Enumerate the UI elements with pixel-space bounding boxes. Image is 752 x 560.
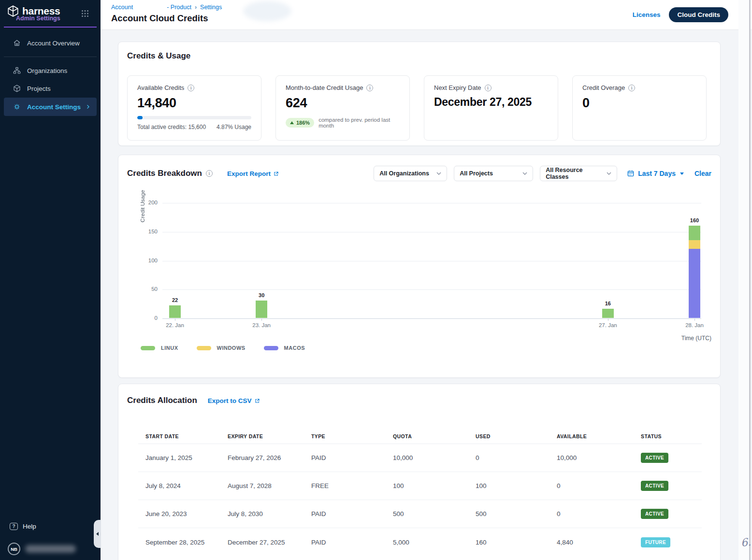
chart-bar-23[interactable] <box>256 301 267 318</box>
table-row: July 8, 2024August 7, 2028FREE1001000ACT… <box>138 472 702 500</box>
help-button[interactable]: Help <box>0 523 101 530</box>
app-switcher-icon[interactable] <box>81 10 89 17</box>
legend-label: LINUX <box>161 345 178 351</box>
table-cell: 4,840 <box>557 539 641 546</box>
table-cell: PAID <box>311 539 393 546</box>
legend-swatch <box>264 346 278 350</box>
chart-yaxis-title: Credit Usage <box>140 190 145 222</box>
help-label: Help <box>23 523 36 530</box>
vertical-scrollbar[interactable] <box>738 0 751 560</box>
table-cell: 160 <box>476 539 557 546</box>
projects-select[interactable]: All Projects <box>454 166 533 181</box>
next-expiry-card: Next Expiry Date December 27, 2025 <box>424 75 558 141</box>
chart-bar-22[interactable] <box>169 305 181 318</box>
chart-gridline <box>162 289 701 290</box>
column-header: QUOTA <box>393 433 476 439</box>
status-badge: ACTIVE <box>641 481 668 491</box>
breadcrumb-settings-link[interactable]: Settings <box>200 4 222 11</box>
sidebar-item-projects[interactable]: Projects <box>4 80 97 97</box>
chart-gridline <box>162 261 701 261</box>
xaxis-tick-label: 22. Jan <box>159 322 190 328</box>
breadcrumb-product-link[interactable]: - Product <box>167 4 191 11</box>
table-cell: July 8, 2030 <box>228 510 311 517</box>
xaxis-tick <box>175 318 175 321</box>
resource-classes-select[interactable]: All Resource Classes <box>540 166 617 181</box>
chart-bar-28[interactable] <box>689 226 700 318</box>
export-report-link[interactable]: Export Report <box>227 170 279 177</box>
avatar[interactable]: NB <box>8 543 20 555</box>
info-icon[interactable] <box>366 85 373 91</box>
bar-total-label: 22 <box>163 297 187 303</box>
chevron-down-icon <box>522 172 527 175</box>
page-title: Account Cloud Credits <box>111 13 208 24</box>
table-cell: 500 <box>393 510 476 517</box>
breakdown-filters: All Organizations All Projects All Resou… <box>374 166 711 181</box>
bar-total-label: 30 <box>250 292 273 298</box>
sidebar: harness Admin Settings Account Overview <box>0 0 101 560</box>
yaxis-tick-label: 0 <box>138 315 158 321</box>
help-icon <box>10 523 18 530</box>
calendar-icon <box>627 170 635 177</box>
table-cell: 100 <box>393 482 476 489</box>
cube-icon <box>12 84 22 93</box>
column-header: USED <box>476 433 557 439</box>
caret-down-icon <box>680 172 684 175</box>
legend-item-macos[interactable]: MACOS <box>264 345 305 351</box>
stat-label: Month-to-date Credit Usage <box>286 84 363 91</box>
xaxis-tick-label: 27. Jan <box>593 322 623 328</box>
table-cell: FREE <box>311 482 393 489</box>
xaxis-tick <box>694 318 695 321</box>
legend-item-linux[interactable]: LINUX <box>141 345 178 351</box>
table-row: January 1, 2025February 27, 2026PAID10,0… <box>138 444 702 472</box>
table-header-row: START DATEEXPIRY DATETYPEQUOTAUSEDAVAILA… <box>138 429 702 444</box>
org-chart-icon <box>12 66 22 75</box>
table-row: September 28, 2025December 27, 2025PAID5… <box>138 528 702 556</box>
organizations-select[interactable]: All Organizations <box>374 166 447 181</box>
usage-progress-fill <box>137 116 143 119</box>
info-icon[interactable] <box>485 85 492 91</box>
trend-badge: 186% <box>286 118 314 128</box>
breakdown-title: Credits Breakdown <box>127 169 202 178</box>
main-header: Account - Product Settings Account Cloud… <box>101 0 752 30</box>
table-cell: June 20, 2023 <box>145 510 228 517</box>
info-icon[interactable] <box>628 85 635 91</box>
legend-item-windows[interactable]: WINDOWS <box>197 345 246 351</box>
table-cell: 500 <box>476 510 557 517</box>
xaxis-tick <box>261 318 262 321</box>
licenses-tab[interactable]: Licenses <box>633 11 661 18</box>
breakdown-header: Credits Breakdown Export Report All Orga… <box>127 166 711 181</box>
cloud-credits-tab[interactable]: Cloud Credits <box>669 7 728 22</box>
info-icon[interactable] <box>188 85 194 91</box>
xaxis-tick-label: 23. Jan <box>246 322 277 328</box>
info-icon[interactable] <box>206 170 213 177</box>
sidebar-item-organizations[interactable]: Organizations <box>4 62 97 79</box>
bar-segment-linux <box>256 301 267 318</box>
sidebar-collapse-handle[interactable] <box>94 520 101 548</box>
chart-legend: LINUXWINDOWSMACOS <box>141 345 305 351</box>
yaxis-tick-label: 100 <box>138 258 158 263</box>
sidebar-item-account-settings[interactable]: Account Settings <box>4 98 97 116</box>
clear-filters-button[interactable]: Clear <box>694 170 711 177</box>
trend-note: compared to prev. period last month <box>318 117 400 129</box>
table-cell: August 7, 2028 <box>228 482 311 489</box>
sidebar-item-account-overview[interactable]: Account Overview <box>4 34 97 52</box>
breadcrumb-account-link[interactable]: Account <box>111 4 133 11</box>
export-csv-link[interactable]: Export to CSV <box>208 397 260 404</box>
table-cell: July 8, 2024 <box>145 482 228 489</box>
column-header: TYPE <box>311 433 393 439</box>
chart-bar-27[interactable] <box>602 309 614 318</box>
chevron-right-icon <box>85 104 91 110</box>
sidebar-item-label: Account Settings <box>27 103 81 111</box>
table-cell: 10,000 <box>393 454 476 461</box>
available-credits-card: Available Credits 14,840 Total active cr… <box>127 75 261 141</box>
external-link-icon <box>254 398 260 404</box>
allocation-title: Credits Allocation <box>127 396 197 405</box>
date-range-picker[interactable]: Last 7 Days <box>627 170 684 177</box>
legend-label: WINDOWS <box>217 345 246 351</box>
allocation-table: START DATEEXPIRY DATETYPEQUOTAUSEDAVAILA… <box>138 429 702 556</box>
status-badge: ACTIVE <box>641 509 668 519</box>
user-row: NB <box>0 543 101 555</box>
column-header: AVAILABLE <box>557 433 641 439</box>
available-credits-value: 14,840 <box>137 96 251 111</box>
bar-segment-linux <box>689 226 700 240</box>
